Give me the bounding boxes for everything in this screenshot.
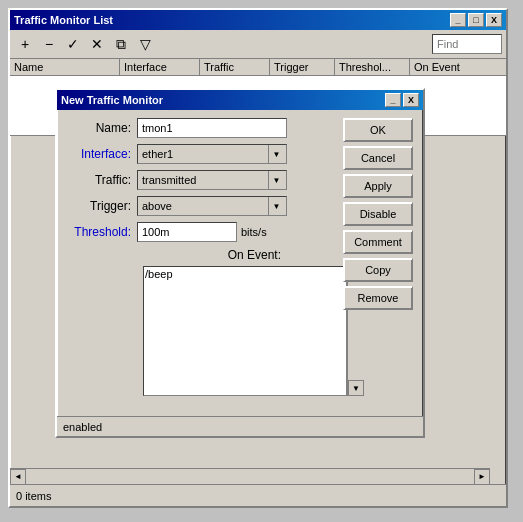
new-traffic-monitor-dialog: New Traffic Monitor _ X Name: Interface:… xyxy=(55,88,425,438)
toolbar: + − ✓ ✕ ⧉ ▽ xyxy=(10,30,506,59)
name-input[interactable] xyxy=(137,118,287,138)
on-event-label: On Event: xyxy=(228,248,281,262)
copy-button[interactable]: Copy xyxy=(343,258,413,282)
textarea-scroll-down[interactable]: ▼ xyxy=(348,380,364,396)
dialog-title: New Traffic Monitor xyxy=(61,94,163,106)
find-box xyxy=(432,34,502,54)
col-threshold: Threshol... xyxy=(335,59,410,75)
trigger-dropdown-icon[interactable]: ▼ xyxy=(268,197,284,215)
threshold-label: Threshold: xyxy=(67,225,137,239)
dialog-titlebar: New Traffic Monitor _ X xyxy=(57,90,423,110)
remove-button[interactable]: Remove xyxy=(343,286,413,310)
col-onevent: On Event xyxy=(410,59,490,75)
interface-select[interactable]: ether1 ▼ xyxy=(137,144,287,164)
trigger-value: above xyxy=(140,200,268,212)
find-input[interactable] xyxy=(432,34,502,54)
cancel-button[interactable]: ✕ xyxy=(86,33,108,55)
ok-button[interactable]: OK xyxy=(343,118,413,142)
filter-button[interactable]: ▽ xyxy=(134,33,156,55)
threshold-unit: bits/s xyxy=(241,226,267,238)
disable-button[interactable]: Disable xyxy=(343,202,413,226)
interface-value: ether1 xyxy=(140,148,268,160)
add-button[interactable]: + xyxy=(14,33,36,55)
scroll-left-button[interactable]: ◄ xyxy=(10,469,26,485)
col-name: Name xyxy=(10,59,120,75)
outer-window-controls: _ □ X xyxy=(450,13,502,27)
col-traffic: Traffic xyxy=(200,59,270,75)
traffic-dropdown-icon[interactable]: ▼ xyxy=(268,171,284,189)
traffic-label: Traffic: xyxy=(67,173,137,187)
on-event-textarea[interactable] xyxy=(143,266,347,396)
outer-window-title: Traffic Monitor List xyxy=(14,14,450,26)
apply-button[interactable]: Apply xyxy=(343,174,413,198)
check-button[interactable]: ✓ xyxy=(62,33,84,55)
outer-maximize-button[interactable]: □ xyxy=(468,13,484,27)
col-interface: Interface xyxy=(120,59,200,75)
interface-dropdown-icon[interactable]: ▼ xyxy=(268,145,284,163)
traffic-value: transmitted xyxy=(140,174,268,186)
scroll-right-button[interactable]: ► xyxy=(474,469,490,485)
action-buttons: OK Cancel Apply Disable Comment Copy Rem… xyxy=(343,118,413,310)
dialog-controls: _ X xyxy=(385,93,419,107)
dialog-close-button[interactable]: X xyxy=(403,93,419,107)
outer-minimize-button[interactable]: _ xyxy=(450,13,466,27)
outer-titlebar: Traffic Monitor List _ □ X xyxy=(10,10,506,30)
remove-button[interactable]: − xyxy=(38,33,60,55)
name-label: Name: xyxy=(67,121,137,135)
on-event-row: On Event: xyxy=(67,248,287,262)
cancel-button[interactable]: Cancel xyxy=(343,146,413,170)
table-header: Name Interface Traffic Trigger Threshol.… xyxy=(10,59,506,76)
comment-button[interactable]: Comment xyxy=(343,230,413,254)
col-trigger: Trigger xyxy=(270,59,335,75)
trigger-select[interactable]: above ▼ xyxy=(137,196,287,216)
interface-label: Interface: xyxy=(67,147,137,161)
traffic-select[interactable]: transmitted ▼ xyxy=(137,170,287,190)
event-textarea-wrapper: ▲ ▼ /beep xyxy=(143,266,363,396)
dialog-status-bar: enabled xyxy=(57,416,423,436)
status-items: 0 items xyxy=(16,490,51,502)
outer-close-button[interactable]: X xyxy=(486,13,502,27)
horizontal-scrollbar[interactable]: ◄ ► xyxy=(10,468,490,484)
dialog-status: enabled xyxy=(63,421,102,433)
threshold-input[interactable] xyxy=(137,222,237,242)
copy-button[interactable]: ⧉ xyxy=(110,33,132,55)
dialog-minimize-button[interactable]: _ xyxy=(385,93,401,107)
trigger-label: Trigger: xyxy=(67,199,137,213)
status-bar: 0 items xyxy=(10,484,506,506)
